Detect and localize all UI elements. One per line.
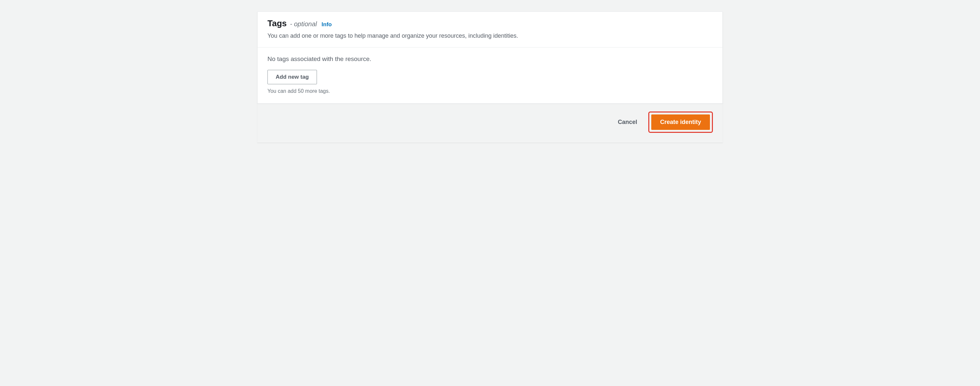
tags-panel: Tags - optional Info You can add one or … — [257, 11, 723, 104]
cancel-button[interactable]: Cancel — [612, 115, 643, 129]
footer-actions: Cancel Create identity — [257, 104, 723, 143]
tags-description: You can add one or more tags to help man… — [267, 32, 713, 40]
tags-empty-message: No tags associated with the resource. — [267, 56, 713, 63]
add-new-tag-button[interactable]: Add new tag — [267, 70, 317, 84]
tags-optional-label: - optional — [290, 20, 317, 28]
tags-panel-header: Tags - optional Info You can add one or … — [258, 12, 722, 48]
tags-title-row: Tags - optional Info — [267, 18, 713, 29]
page-container: Tags - optional Info You can add one or … — [257, 11, 723, 143]
tags-remaining-hint: You can add 50 more tags. — [267, 88, 713, 94]
create-identity-highlight: Create identity — [648, 112, 713, 133]
info-link[interactable]: Info — [321, 21, 332, 28]
create-identity-button[interactable]: Create identity — [651, 115, 710, 130]
tags-panel-body: No tags associated with the resource. Ad… — [258, 48, 722, 103]
tags-title: Tags — [267, 18, 287, 29]
